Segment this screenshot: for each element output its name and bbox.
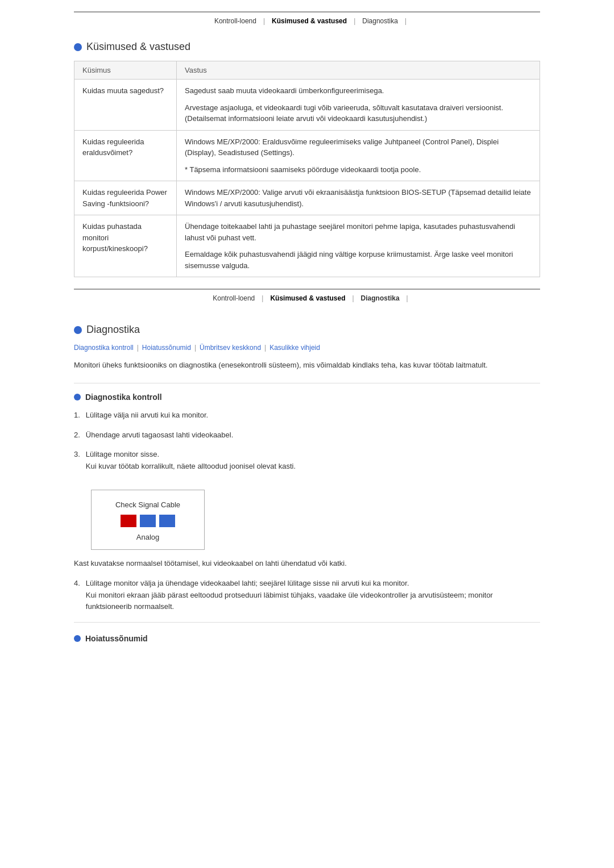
diag-link-sep-1: |	[137, 344, 139, 352]
diag-link-kasulikke[interactable]: Kasulikke vihjeid	[269, 344, 320, 352]
signal-box: Check Signal Cable Analog	[91, 490, 205, 550]
signal-box-title: Check Signal Cable	[109, 500, 187, 509]
nav2-diagnostika-label: Diagnostika	[361, 294, 400, 302]
diag-link-sep-3: |	[264, 344, 266, 352]
list-item: 2. Ühendage arvuti tagaosast lahti video…	[74, 429, 540, 441]
nav-kysimused[interactable]: Küsimused & vastused	[265, 17, 354, 25]
qa-dot-icon	[74, 43, 82, 51]
nav-kontroll-loend[interactable]: Kontroll-loend	[208, 17, 263, 25]
qa-title: Küsimused & vastused	[86, 41, 190, 53]
diag-section-heading: Diagnostika	[74, 324, 540, 336]
step-num-4: 4.	[74, 578, 80, 613]
answer-2-block-2: * Täpsema informatsiooni saamiseks pöörd…	[185, 164, 532, 176]
hoiatus-dot-icon	[74, 635, 81, 642]
step-num-3: 3.	[74, 449, 80, 473]
answer-4-block-2: Eemaldage kõik puhastusvahendi jäägid ni…	[185, 249, 532, 271]
answer-2: Windows ME/XP/2000: Eraldusvõime regulee…	[177, 130, 540, 181]
bottom-nav-1: Kontroll-loend | Küsimused & vastused | …	[74, 289, 540, 307]
diag-steps-list: 1. Lülitage välja nii arvuti kui ka moni…	[74, 410, 540, 473]
top-nav: Kontroll-loend | Küsimused & vastused | …	[74, 11, 540, 30]
col-answer: Vastus	[177, 61, 540, 80]
diag-dot-icon	[74, 326, 82, 334]
diagnostics-section: Diagnostika Diagnostika kontroll | Hoiat…	[74, 324, 540, 643]
question-1: Kuidas muuta sagedust?	[74, 80, 177, 131]
question-4: Kuidas puhastada monitorikorpust/kinesko…	[74, 215, 177, 277]
col-question: Küsimus	[74, 61, 177, 80]
diag-kontroll-dot-icon	[74, 394, 81, 400]
signal-box-analog: Analog	[109, 533, 187, 541]
color-block-blue1	[140, 515, 156, 527]
question-3: Kuidas reguleerida PowerSaving -funktsio…	[74, 181, 177, 215]
step-3-sub: Kui kuvar töötab korralikult, näete allt…	[86, 461, 540, 473]
kast-text: Kast kuvatakse normaalsel töötamisel, ku…	[74, 558, 540, 570]
list-item: 3. Lülitage monitor sisse. Kui kuvar töö…	[74, 449, 540, 473]
hoiatus-heading: Hoiatussõnumid	[74, 634, 540, 643]
answer-1-block-1: Sagedust saab muuta videokaardi ümberkon…	[185, 85, 532, 97]
diag-link-umbritsev[interactable]: Ümbritsev keskkond	[200, 344, 261, 352]
hoiatus-label: Hoiatussõnumid	[85, 634, 148, 643]
diag-link-kontroll[interactable]: Diagnostika kontroll	[74, 344, 134, 352]
diag-links: Diagnostika kontroll | Hoiatussõnumid | …	[74, 344, 540, 352]
color-block-red	[121, 515, 136, 527]
diag-intro-text: Monitori üheks funktsiooniks on diagnost…	[74, 360, 540, 372]
answer-3: Windows ME/XP/2000: Valige arvuti või ek…	[177, 181, 540, 215]
step-text-3: Lülitage monitor sisse. Kui kuvar töötab…	[86, 449, 540, 473]
table-row: Kuidas puhastada monitorikorpust/kinesko…	[74, 215, 540, 277]
signal-box-colors	[109, 515, 187, 527]
nav2-diagnostika[interactable]: Diagnostika	[354, 294, 406, 302]
list-item: 1. Lülitage välja nii arvuti kui ka moni…	[74, 410, 540, 422]
list-item: 4. Lülitage monitor välja ja ühendage vi…	[74, 578, 540, 613]
nav2-kysimused[interactable]: Küsimused & vastused	[263, 294, 352, 302]
divider-2	[74, 622, 540, 623]
answer-4: Ühendage toitekaabel lahti ja puhastage …	[177, 215, 540, 277]
diag-link-hoiatus[interactable]: Hoiatussõnumid	[142, 344, 191, 352]
nav-sep-3: |	[405, 17, 406, 25]
diag-kontroll-label: Diagnostika kontroll	[85, 393, 162, 402]
step-4-main: Lülitage monitor välja ja ühendage video…	[86, 578, 540, 590]
nav2-kontroll-loend[interactable]: Kontroll-loend	[206, 294, 262, 302]
question-2: Kuidas reguleeridaeraldusvõimet?	[74, 130, 177, 181]
divider-1	[74, 383, 540, 383]
answer-4-block-1: Ühendage toitekaabel lahti ja puhastage …	[185, 221, 532, 243]
step-4-sub: Kui monitori ekraan jääb pärast eeltoodu…	[86, 590, 540, 614]
nav-diagnostika[interactable]: Diagnostika	[355, 17, 405, 25]
qa-section-heading: Küsimused & vastused	[74, 41, 540, 53]
answer-2-block-1: Windows ME/XP/2000: Eraldusvõime regulee…	[185, 136, 532, 158]
step-text-2: Ühendage arvuti tagaosast lahti videokaa…	[86, 429, 540, 441]
answer-1-block-2: Arvestage asjaoluga, et videokaardi tugi…	[185, 102, 532, 124]
answer-1: Sagedust saab muuta videokaardi ümberkon…	[177, 80, 540, 131]
color-block-blue2	[159, 515, 175, 527]
step-text-1: Lülitage välja nii arvuti kui ka monitor…	[86, 410, 540, 422]
table-row: Kuidas muuta sagedust? Sagedust saab muu…	[74, 80, 540, 131]
diag-steps-list-2: 4. Lülitage monitor välja ja ühendage vi…	[74, 578, 540, 613]
step-num-1: 1.	[74, 410, 80, 422]
nav2-sep-3: |	[406, 294, 408, 302]
step-num-2: 2.	[74, 429, 80, 441]
answer-3-block-1: Windows ME/XP/2000: Valige arvuti või ek…	[185, 187, 532, 209]
diag-kontroll-heading: Diagnostika kontroll	[74, 393, 540, 402]
table-row: Kuidas reguleerida PowerSaving -funktsio…	[74, 181, 540, 215]
diag-link-sep-2: |	[194, 344, 196, 352]
diag-title: Diagnostika	[86, 324, 140, 336]
table-row: Kuidas reguleeridaeraldusvõimet? Windows…	[74, 130, 540, 181]
qa-table: Küsimus Vastus Kuidas muuta sagedust? Sa…	[74, 61, 540, 277]
step-3-main: Lülitage monitor sisse.	[86, 449, 540, 461]
step-text-4: Lülitage monitor välja ja ühendage video…	[86, 578, 540, 613]
